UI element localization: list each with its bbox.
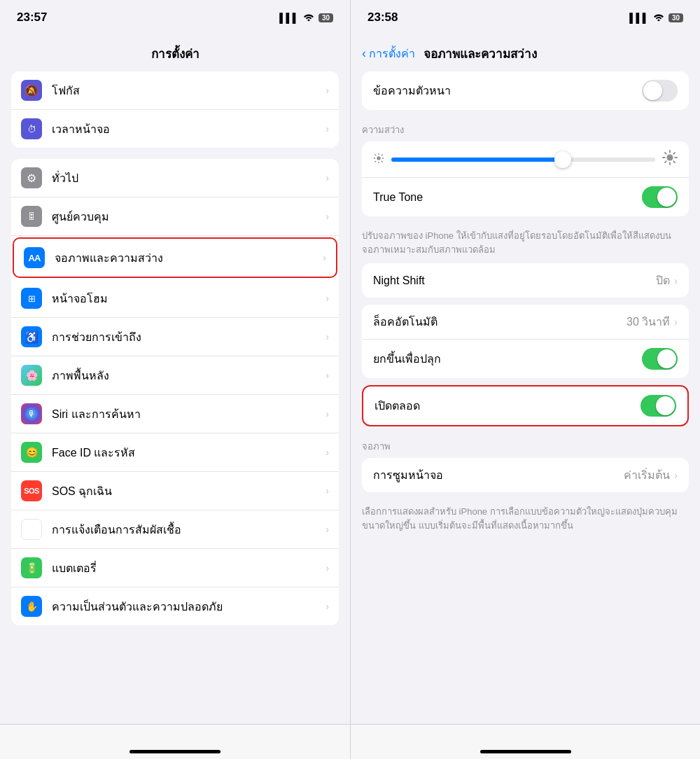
home-screen-icon: ⊞ (21, 288, 42, 309)
focus-chevron: › (326, 85, 329, 96)
left-wifi-icon (303, 12, 314, 23)
wallpaper-chevron: › (326, 370, 329, 381)
display-icon: AA (24, 247, 45, 268)
zoom-label: การซูมหน้าจอ (373, 466, 624, 484)
raise-to-wake-row: ยกขึ้นเพื่อปลุก (362, 340, 689, 378)
zoom-chevron: › (674, 470, 678, 481)
zoom-value: ค่าเริ่มต้น (624, 466, 670, 484)
bold-text-label: ข้อความตัวหนา (373, 82, 642, 99)
display-section-label: จอภาพ (351, 433, 700, 458)
zoom-card: การซูมหน้าจอ ค่าเริ่มต้น › (362, 458, 689, 492)
settings-row-sos[interactable]: SOS SOS ฉุกเฉิน › (11, 472, 339, 510)
left-panel: 23:57 ▌▌▌ 30 การตั้งค่า 🔕 โฟกัส › ⏱ เวลา… (0, 0, 350, 759)
control-center-label: ศูนย์ควบคุม (52, 208, 320, 225)
brightness-slider-track[interactable] (391, 158, 655, 162)
siri-label: Siri และการค้นหา (52, 405, 320, 423)
night-shift-label: Night Shift (373, 274, 656, 287)
right-home-indicator (480, 750, 571, 753)
brightness-slider-thumb[interactable] (554, 151, 571, 168)
battery-icon: 🔋 (21, 557, 42, 578)
left-nav-title: การตั้งค่า (151, 44, 200, 63)
right-content: ข้อความตัวหนา ความสว่าง (351, 71, 700, 724)
auto-lock-label: ล็อคอัตโนมัติ (373, 313, 626, 330)
screen-time-label: เวลาหน้าจอ (52, 120, 320, 138)
siri-icon: 🎙 (21, 403, 42, 424)
privacy-label: ความเป็นส่วนตัวและความปลอดภัย (52, 598, 320, 615)
bold-text-toggle-thumb (643, 81, 662, 100)
auto-lock-value: 30 วินาที (626, 313, 670, 330)
brightness-section-label: ความสว่าง (351, 117, 700, 141)
siri-chevron: › (326, 408, 329, 419)
exposure-label: การแจ้งเตือนการสัมผัสเชื้อ (52, 521, 320, 538)
right-time: 23:58 (368, 11, 398, 25)
right-nav-title: จอภาพและความสว่าง (424, 44, 537, 63)
right-nav-header: ‹ การตั้งค่า จอภาพและความสว่าง (351, 35, 700, 71)
accessibility-chevron: › (326, 331, 329, 342)
always-on-row: เปิดตลอด (363, 387, 687, 425)
brightness-slider-fill (391, 158, 563, 162)
accessibility-label: การช่วยการเข้าถึง (52, 328, 320, 346)
battery-label: แบตเตอรี่ (52, 559, 320, 577)
group-focus: 🔕 โฟกัส › ⏱ เวลาหน้าจอ › (11, 71, 339, 148)
settings-row-exposure[interactable]: ❊ การแจ้งเตือนการสัมผัสเชื้อ › (11, 510, 339, 549)
true-tone-toggle-thumb (657, 188, 676, 207)
true-tone-row: True Tone (362, 178, 689, 216)
right-battery-badge: 30 (668, 13, 683, 22)
left-status-bar: 23:57 ▌▌▌ 30 (0, 0, 350, 35)
display-label: จอภาพและความสว่าง (55, 249, 317, 267)
always-on-toggle-thumb (656, 396, 675, 415)
settings-row-general[interactable]: ⚙ ทั่วไป › (11, 159, 339, 197)
zoom-row[interactable]: การซูมหน้าจอ ค่าเริ่มต้น › (362, 458, 689, 492)
settings-row-faceid[interactable]: 😊 Face ID และรหัส › (11, 433, 339, 472)
brightness-slider-row[interactable] (362, 141, 689, 178)
control-center-icon: 🎛 (21, 206, 42, 227)
left-settings-list[interactable]: 🔕 โฟกัส › ⏱ เวลาหน้าจอ › ⚙ ทั่วไป › 🎛 ศู… (0, 71, 350, 724)
settings-row-privacy[interactable]: ✋ ความเป็นส่วนตัวและความปลอดภัย › (11, 587, 339, 625)
auto-lock-row[interactable]: ล็อคอัตโนมัติ 30 วินาที › (362, 305, 689, 340)
bold-text-row: ข้อความตัวหนา (362, 71, 689, 110)
display-chevron: › (323, 252, 326, 263)
true-tone-toggle[interactable] (642, 186, 678, 208)
settings-row-wallpaper[interactable]: 🌸 ภาพพื้นหลัง › (11, 356, 339, 395)
night-shift-chevron: › (674, 275, 678, 286)
settings-row-siri[interactable]: 🎙 Siri และการค้นหา › (11, 395, 339, 433)
settings-row-display[interactable]: AA จอภาพและความสว่าง › (13, 237, 337, 278)
sos-chevron: › (326, 485, 329, 496)
general-icon: ⚙ (21, 167, 42, 188)
always-on-label: เปิดตลอด (374, 397, 640, 415)
exposure-chevron: › (326, 524, 329, 535)
night-shift-row[interactable]: Night Shift ปิด › (362, 263, 689, 298)
settings-row-battery[interactable]: 🔋 แบตเตอรี่ › (11, 549, 339, 587)
general-label: ทั่วไป (52, 169, 320, 187)
settings-row-accessibility[interactable]: ♿ การช่วยการเข้าถึง › (11, 318, 339, 356)
always-on-card: เปิดตลอด (362, 385, 689, 426)
focus-icon: 🔕 (21, 80, 42, 101)
night-shift-value: ปิด (656, 272, 670, 289)
left-tab-bar (0, 724, 350, 759)
right-wifi-icon (653, 12, 664, 23)
settings-row-screen-time[interactable]: ⏱ เวลาหน้าจอ › (11, 110, 339, 148)
auto-lock-chevron: › (674, 316, 678, 328)
bold-text-toggle[interactable] (642, 80, 678, 102)
right-signal-icon: ▌▌▌ (629, 13, 649, 23)
right-tab-bar (351, 724, 700, 759)
settings-row-focus[interactable]: 🔕 โฟกัส › (11, 71, 339, 110)
true-tone-desc: ปรับจอภาพของ iPhone ให้เข้ากับแสงที่อยู่… (351, 223, 700, 263)
faceid-icon: 😊 (21, 442, 42, 463)
raise-to-wake-toggle-thumb (657, 349, 676, 368)
battery-chevron: › (326, 562, 329, 573)
settings-row-control-center[interactable]: 🎛 ศูนย์ควบคุม › (11, 197, 339, 236)
settings-row-home-screen[interactable]: ⊞ หน้าจอโฮม › (11, 279, 339, 318)
focus-label: โฟกัส (52, 82, 320, 99)
brightness-min-icon (373, 153, 384, 166)
always-on-toggle[interactable] (640, 395, 676, 417)
home-screen-label: หน้าจอโฮม (52, 290, 320, 307)
accessibility-icon: ♿ (21, 326, 42, 347)
left-battery-badge: 30 (318, 13, 333, 22)
back-button[interactable]: ‹ การตั้งค่า (362, 45, 415, 62)
faceid-label: Face ID และรหัส (52, 444, 320, 461)
brightness-card: True Tone (362, 141, 689, 216)
wallpaper-label: ภาพพื้นหลัง (52, 367, 320, 384)
faceid-chevron: › (326, 447, 329, 458)
raise-to-wake-toggle[interactable] (642, 348, 678, 370)
